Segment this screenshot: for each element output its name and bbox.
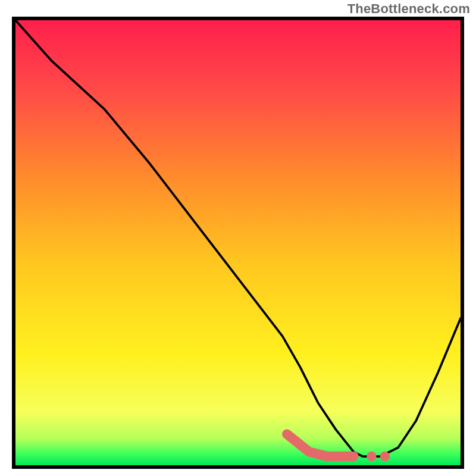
highlight-segment — [287, 434, 327, 456]
watermark-text: TheBottleneck.com — [347, 1, 470, 17]
plot-frame — [12, 17, 464, 469]
chart-container: TheBottleneck.com — [0, 0, 476, 476]
highlight-group — [287, 434, 390, 462]
highlight-dot — [367, 452, 376, 461]
main-curve — [15, 20, 461, 456]
chart-overlay — [15, 20, 461, 465]
highlight-dot — [380, 452, 390, 461]
